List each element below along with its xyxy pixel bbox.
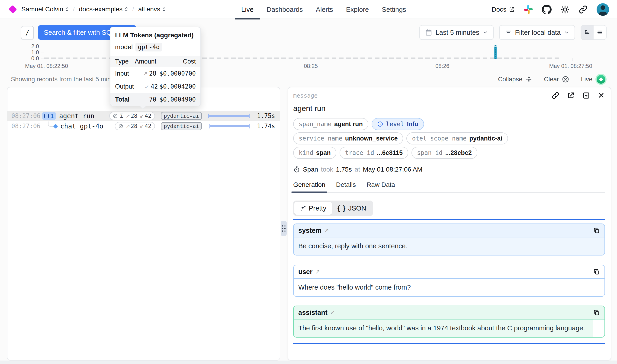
badge-kind[interactable]: kind span xyxy=(293,147,336,159)
badge-service-name[interactable]: service_name unknown_service xyxy=(293,132,403,144)
tokens-icon xyxy=(113,113,118,118)
user-avatar[interactable] xyxy=(597,3,609,16)
chart-bar-0827[interactable] xyxy=(494,45,497,59)
tab-raw-data[interactable]: Raw Data xyxy=(367,181,395,192)
json-label: JSON xyxy=(348,205,366,212)
github-icon[interactable] xyxy=(542,5,551,14)
filter-local-data-button[interactable]: Filter local data xyxy=(499,25,575,40)
live-toggle[interactable]: Live xyxy=(581,74,606,85)
org-name: Samuel Colvin xyxy=(21,6,63,13)
tooltip-table-header: Type Amount Cost xyxy=(110,56,200,67)
message-role: user xyxy=(298,268,313,276)
collapse-vertical-icon xyxy=(525,76,532,83)
list-view-button[interactable] xyxy=(594,26,606,39)
panel-resize-handle[interactable] xyxy=(281,221,287,236)
showing-records-text: Showing records from the last 5 minutes xyxy=(11,76,123,83)
trace-row-agent-run[interactable]: 08:27:06 1 agent run Σ ↗28 ↙42 pyd xyxy=(7,111,280,121)
org-selector[interactable]: Samuel Colvin xyxy=(21,6,69,13)
scope-tag[interactable]: pydantic-ai xyxy=(161,122,202,130)
calendar-icon xyxy=(425,29,432,36)
json-toggle-button[interactable]: { } JSON xyxy=(332,202,372,215)
tooltip-title: LLM Tokens (aggregated) xyxy=(110,27,200,39)
time-range-button[interactable]: Last 5 minutes xyxy=(419,25,494,40)
trace-row-chat-gpt-4o[interactable]: 08:27:06 chat gpt-4o ↗28 ↙42 pydantic-ai… xyxy=(7,121,280,131)
copy-message-button[interactable] xyxy=(593,309,600,316)
tokens-icon xyxy=(118,124,123,129)
external-link-icon xyxy=(509,6,515,13)
badge-level[interactable]: level Info xyxy=(372,118,424,130)
output-arrow-icon: ↙ xyxy=(145,84,149,90)
message-card-system: system ↗ Be concise, reply with one sent… xyxy=(293,223,605,256)
clear-circle-x-icon xyxy=(562,76,569,83)
braces-icon: { } xyxy=(338,205,346,212)
input-tokens: 28 xyxy=(131,123,137,129)
span-diamond-icon xyxy=(53,124,58,129)
badge-span-name[interactable]: span_name agent run xyxy=(293,118,368,130)
badge-span-id[interactable]: span_id ...28cbc2 xyxy=(411,147,477,159)
child-count: 1 xyxy=(50,113,54,119)
tokens-pill[interactable]: ↗28 ↙42 xyxy=(115,122,155,130)
toolbar: / Search & filter with SQL Last 5 minute… xyxy=(0,24,617,41)
chevron-down-icon xyxy=(483,30,488,35)
live-toggle-button[interactable] xyxy=(595,74,606,85)
output-arrow-icon: ↙ xyxy=(140,123,144,129)
tab-details[interactable]: Details xyxy=(336,181,356,192)
nav-tab-settings[interactable]: Settings xyxy=(382,0,406,19)
span-detail-panel: message agent run xyxy=(288,87,611,361)
env-selector[interactable]: all envs xyxy=(138,6,166,13)
logfire-logo-icon xyxy=(9,5,17,14)
docs-label: Docs xyxy=(491,6,506,13)
share-link-icon[interactable] xyxy=(578,5,588,14)
docs-link[interactable]: Docs xyxy=(491,6,515,13)
model-value: gpt-4o xyxy=(135,43,162,52)
y-tick: 2.0 xyxy=(25,43,39,50)
clear-button[interactable]: Clear xyxy=(544,76,569,83)
copy-message-button[interactable] xyxy=(593,227,600,234)
view-mode-toggle xyxy=(581,25,606,40)
pretty-label: Pretty xyxy=(309,205,326,212)
copy-link-icon[interactable] xyxy=(551,91,560,100)
badge-otel-scope-name[interactable]: otel_scope_name pydantic-ai xyxy=(406,132,508,144)
collapse-node-badge[interactable]: 1 xyxy=(42,112,56,120)
collapse-button[interactable]: Collapse xyxy=(498,76,532,83)
copy-message-button[interactable] xyxy=(593,268,600,275)
nav-tab-live[interactable]: Live xyxy=(241,0,253,19)
close-icon[interactable] xyxy=(598,91,605,100)
section-divider-top xyxy=(293,219,605,220)
record-kind-label: message xyxy=(293,92,317,99)
chart-axis-corner xyxy=(559,58,572,61)
timing-timestamp: May 01 08:27:06 AM xyxy=(363,166,422,173)
records-timeline-chart[interactable]: 2.0 1.0 0.0 May 01. 08:22:50 08:25 08:26… xyxy=(0,43,617,70)
slack-icon[interactable] xyxy=(524,5,533,14)
input-arrow-icon: ↗ xyxy=(324,227,329,234)
nav-tab-dashboards[interactable]: Dashboards xyxy=(266,0,303,19)
message-card-user: user ↗ Where does "hello world" come fro… xyxy=(293,265,605,297)
duration-text: 1.75s xyxy=(254,112,275,119)
stopwatch-icon xyxy=(293,166,300,173)
collapse-minus-icon xyxy=(44,114,49,118)
model-key: model xyxy=(115,43,133,51)
input-arrow-icon: ↗ xyxy=(315,269,320,275)
open-external-icon[interactable] xyxy=(567,91,575,100)
message-role: system xyxy=(298,227,321,234)
detail-tabs: Generation Details Raw Data xyxy=(293,181,605,193)
nav-tab-explore[interactable]: Explore xyxy=(346,0,369,19)
project-name: docs-examples xyxy=(79,6,122,13)
time-range-label: Last 5 minutes xyxy=(436,29,479,36)
nav-tab-alerts[interactable]: Alerts xyxy=(316,0,333,19)
dock-panel-icon[interactable] xyxy=(582,91,590,100)
theme-sun-icon[interactable] xyxy=(560,5,570,14)
scope-tag[interactable]: pydantic-ai xyxy=(161,112,202,120)
message-text: Where does "hello world" come from? xyxy=(294,279,604,296)
project-selector[interactable]: docs-examples xyxy=(79,6,128,13)
badge-trace-id[interactable]: trace_id ...6c8115 xyxy=(340,147,408,159)
tooltip-row-input: Input ↗28 $0.0000700 xyxy=(110,67,200,80)
tokens-pill[interactable]: Σ ↗28 ↙42 xyxy=(109,112,155,120)
input-tokens: 28 xyxy=(131,113,137,119)
slash-shortcut-key[interactable]: / xyxy=(21,26,34,39)
message-text: The first known use of "hello, world" wa… xyxy=(294,320,593,337)
pretty-toggle-button[interactable]: Pretty xyxy=(294,202,332,215)
tree-view-button[interactable] xyxy=(581,26,594,39)
toolbar-controls: Last 5 minutes Filter local data xyxy=(419,25,606,40)
tab-generation[interactable]: Generation xyxy=(293,181,326,192)
